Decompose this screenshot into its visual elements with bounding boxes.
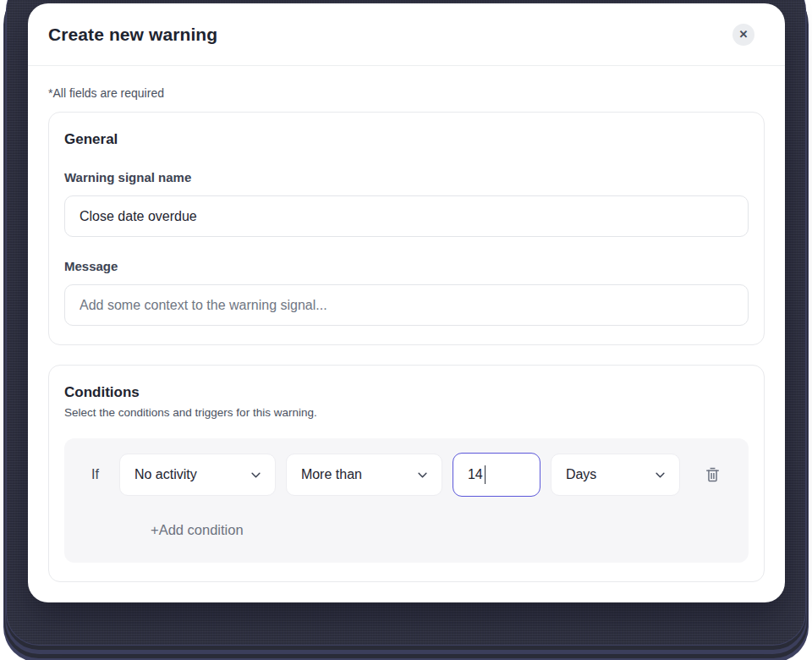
modal-body: *All fields are required General Warning… <box>28 66 785 582</box>
warning-name-label: Warning signal name <box>64 170 749 184</box>
message-label: Message <box>64 259 749 273</box>
metric-selected-value: No activity <box>134 467 197 482</box>
close-icon: ✕ <box>739 29 749 40</box>
conditions-panel: If No activity More than 14 <box>64 438 749 563</box>
conditions-subtitle: Select the conditions and triggers for t… <box>64 406 749 419</box>
condition-metric-select[interactable]: No activity <box>119 454 276 496</box>
unit-selected-value: Days <box>566 467 596 482</box>
if-label: If <box>91 467 99 482</box>
create-warning-modal: Create new warning ✕ *All fields are req… <box>28 3 785 602</box>
condition-operator-select[interactable]: More than <box>286 454 442 496</box>
trash-icon <box>704 465 721 484</box>
general-heading: General <box>64 131 749 148</box>
general-section: General Warning signal name Message <box>48 112 765 345</box>
condition-value-input[interactable]: 14 <box>453 453 540 497</box>
chevron-down-icon <box>416 469 429 481</box>
delete-condition-button[interactable] <box>703 465 723 485</box>
warning-name-input[interactable] <box>64 195 749 237</box>
screen: Create new warning ✕ *All fields are req… <box>0 0 812 660</box>
condition-row: If No activity More than 14 <box>91 453 732 497</box>
condition-value-text: 14 <box>468 467 483 482</box>
chevron-down-icon <box>250 469 262 481</box>
chevron-down-icon <box>654 469 667 481</box>
required-note: *All fields are required <box>48 86 765 100</box>
condition-unit-select[interactable]: Days <box>551 454 680 496</box>
add-condition-button[interactable]: +Add condition <box>151 522 244 538</box>
modal-header: Create new warning ✕ <box>28 3 785 66</box>
message-input[interactable] <box>64 284 749 326</box>
operator-selected-value: More than <box>301 467 362 482</box>
close-button[interactable]: ✕ <box>732 24 754 46</box>
text-cursor <box>485 465 486 484</box>
conditions-heading: Conditions <box>64 384 749 401</box>
conditions-section: Conditions Select the conditions and tri… <box>48 365 765 582</box>
modal-title: Create new warning <box>48 25 217 45</box>
